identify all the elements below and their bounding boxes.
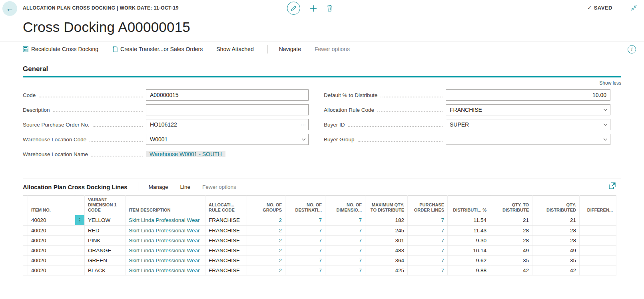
edit-button[interactable] — [287, 2, 300, 15]
recalculate-cross-docking-button[interactable]: Recalculate Cross Docking — [23, 46, 98, 52]
item-no-cell[interactable]: 40020 — [28, 236, 75, 246]
variant-cell[interactable]: PINK — [85, 236, 126, 246]
show-less-link[interactable]: Show less — [599, 80, 621, 86]
description-input[interactable] — [146, 104, 309, 115]
qty-to-distribute-cell[interactable]: 28 — [490, 226, 532, 236]
destinations-link[interactable]: 7 — [285, 236, 325, 246]
max-qty-cell[interactable]: 182 — [365, 215, 408, 226]
dimensions-link[interactable]: 7 — [325, 215, 365, 226]
groups-link[interactable]: 2 — [247, 255, 285, 265]
delete-button[interactable] — [327, 5, 333, 12]
col-qty-to-distribute[interactable]: QTY. TO DISTRIBUTE — [490, 196, 532, 215]
qty-distributed-cell[interactable]: 28 — [532, 236, 580, 246]
item-description-link[interactable]: Skirt Linda Professional Wear — [126, 265, 205, 275]
dist-pct-cell[interactable]: 10.14 — [448, 246, 490, 255]
po-lines-link[interactable]: 7 — [408, 265, 448, 275]
groups-link[interactable]: 2 — [247, 226, 285, 236]
allocation-rule-code-input[interactable] — [446, 104, 610, 115]
groups-link[interactable]: 2 — [247, 265, 285, 275]
groups-link[interactable]: 2 — [247, 236, 285, 246]
manage-menu[interactable]: Manage — [149, 184, 168, 190]
destinations-link[interactable]: 7 — [285, 215, 325, 226]
difference-cell[interactable] — [580, 246, 616, 255]
dimensions-link[interactable]: 7 — [325, 265, 365, 275]
variant-cell[interactable]: ORANGE — [85, 246, 126, 255]
qty-to-distribute-cell[interactable]: 49 — [490, 246, 532, 255]
open-in-new-window-icon[interactable] — [609, 182, 616, 189]
max-qty-cell[interactable]: 425 — [365, 265, 408, 275]
chevron-down-icon[interactable] — [299, 134, 308, 145]
code-input[interactable] — [146, 89, 309, 101]
po-lines-link[interactable]: 7 — [408, 255, 448, 265]
back-button[interactable]: ← — [2, 1, 17, 16]
item-description-link[interactable]: Skirt Linda Professional Wear — [126, 255, 205, 265]
dist-pct-cell[interactable]: 11.54 — [448, 215, 490, 226]
chevron-down-icon[interactable] — [600, 134, 610, 145]
col-groups[interactable]: NO. OF GROUPS — [247, 196, 285, 215]
col-dist-pct[interactable]: DISTRIBUTI... % — [448, 196, 490, 215]
buyer-group-input[interactable] — [446, 134, 610, 145]
qty-to-distribute-cell[interactable]: 35 — [490, 255, 532, 265]
qty-distributed-cell[interactable]: 28 — [532, 226, 580, 236]
item-description-link[interactable]: Skirt Linda Professional Wear — [126, 236, 205, 246]
navigate-button[interactable]: Navigate — [279, 46, 301, 52]
col-item-description[interactable]: ITEM DESCRIPTION — [126, 196, 205, 215]
item-description-link[interactable]: Skirt Linda Professional Wear — [126, 215, 205, 226]
qty-distributed-cell[interactable]: 49 — [532, 246, 580, 255]
dist-pct-cell[interactable]: 11.43 — [448, 226, 490, 236]
chevron-down-icon[interactable] — [600, 105, 610, 115]
groups-link[interactable]: 2 — [247, 215, 285, 226]
destinations-link[interactable]: 7 — [285, 246, 325, 255]
item-no-cell[interactable]: 40020 — [28, 215, 75, 226]
difference-cell[interactable] — [580, 226, 616, 236]
col-item-no[interactable]: ITEM NO. — [28, 196, 75, 215]
fewer-options-button[interactable]: Fewer options — [315, 46, 350, 52]
rule-code-cell[interactable]: FRANCHISE — [205, 255, 247, 265]
col-variant[interactable]: VARIANT DIMENSION 1 CODE — [85, 196, 126, 215]
dimensions-link[interactable]: 7 — [325, 255, 365, 265]
qty-distributed-cell[interactable]: 35 — [532, 255, 580, 265]
max-qty-cell[interactable]: 364 — [365, 255, 408, 265]
dimensions-link[interactable]: 7 — [325, 236, 365, 246]
difference-cell[interactable] — [580, 236, 616, 246]
groups-link[interactable]: 2 — [247, 246, 285, 255]
destinations-link[interactable]: 7 — [285, 265, 325, 275]
default-pct-input[interactable] — [446, 89, 610, 101]
collapse-icon[interactable] — [631, 5, 637, 11]
lines-fewer-options[interactable]: Fewer options — [202, 184, 236, 190]
item-no-cell[interactable]: 40020 — [28, 255, 75, 265]
col-max-qty[interactable]: MAXIMUM QTY. TO DISTRIBUTE — [365, 196, 408, 215]
line-menu[interactable]: Line — [180, 184, 191, 190]
rule-code-cell[interactable]: FRANCHISE — [205, 246, 247, 255]
qty-to-distribute-cell[interactable]: 21 — [490, 215, 532, 226]
info-icon[interactable]: i — [628, 45, 636, 53]
item-no-cell[interactable]: 40020 — [28, 246, 75, 255]
rule-code-cell[interactable]: FRANCHISE — [205, 265, 247, 275]
col-po-lines[interactable]: PURCHASE ORDER LINES — [408, 196, 448, 215]
assist-edit-button[interactable]: ... — [299, 119, 308, 130]
warehouse-location-name-value[interactable]: Warehouse W0001 - SOUTH — [146, 151, 225, 157]
col-rule-code[interactable]: ALLOCATI... RULE CODE — [205, 196, 247, 215]
new-button[interactable] — [310, 5, 317, 12]
item-no-cell[interactable]: 40020 — [28, 226, 75, 236]
qty-to-distribute-cell[interactable]: 28 — [490, 236, 532, 246]
variant-cell[interactable]: BLACK — [85, 265, 126, 275]
warehouse-location-code-input[interactable] — [146, 134, 309, 145]
variant-cell[interactable]: YELLOW — [85, 215, 126, 226]
general-section-title[interactable]: General — [23, 65, 48, 73]
col-dimensions[interactable]: NO. OF DIMENSIO... — [325, 196, 365, 215]
max-qty-cell[interactable]: 245 — [365, 226, 408, 236]
po-lines-link[interactable]: 7 — [408, 236, 448, 246]
qty-distributed-cell[interactable]: 21 — [532, 215, 580, 226]
po-lines-link[interactable]: 7 — [408, 246, 448, 255]
buyer-id-input[interactable] — [446, 119, 610, 130]
dist-pct-cell[interactable]: 9.88 — [448, 265, 490, 275]
max-qty-cell[interactable]: 483 — [365, 246, 408, 255]
dist-pct-cell[interactable]: 9.30 — [448, 236, 490, 246]
item-description-link[interactable]: Skirt Linda Professional Wear — [126, 246, 205, 255]
col-qty-distributed[interactable]: QTY. DISTRIBUTED — [532, 196, 580, 215]
col-difference[interactable]: DIFFEREN... — [580, 196, 616, 215]
variant-cell[interactable]: GREEN — [85, 255, 126, 265]
dimensions-link[interactable]: 7 — [325, 246, 365, 255]
difference-cell[interactable] — [580, 265, 616, 275]
